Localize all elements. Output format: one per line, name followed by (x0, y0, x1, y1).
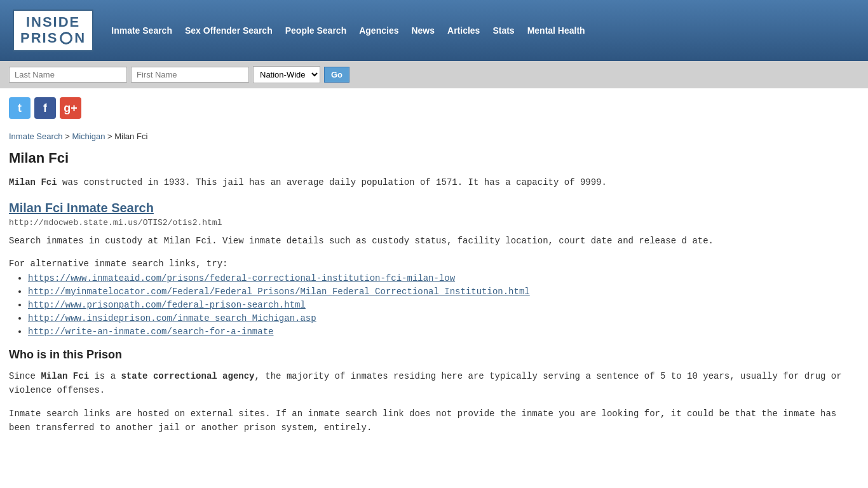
last-name-input[interactable] (9, 67, 127, 83)
breadcrumb-current: Milan Fci (114, 132, 147, 141)
social-icons-bar: t f g+ (0, 88, 868, 125)
inmate-search-url: http://mdocweb.state.mi.us/OTIS2/otis2.h… (9, 218, 843, 227)
who-agency-bold: state correctional agency (121, 371, 254, 381)
description-text: was constructed in 1933. This jail has a… (57, 177, 607, 187)
who-text-mid1: is a (89, 371, 121, 381)
nav-news[interactable]: News (406, 23, 440, 38)
list-item: http://myinmatelocator.com/Federal/Feder… (28, 286, 843, 297)
nav-stats[interactable]: Stats (487, 23, 519, 38)
state-dropdown[interactable]: Nation-Wide Alabama Alaska Arizona Michi… (253, 66, 320, 83)
search-description: Search inmates in custody at Milan Fci. … (9, 234, 843, 248)
who-in-prison-title: Who is in this Prison (9, 348, 843, 362)
page-title: Milan Fci (9, 150, 843, 166)
prison-description: Milan Fci was constructed in 1933. This … (9, 175, 843, 189)
nav-inmate-search[interactable]: Inmate Search (106, 23, 177, 38)
nav-articles[interactable]: Articles (442, 23, 485, 38)
alt-links-intro: For alternative inmate search links, try… (9, 259, 843, 269)
site-header: INSIDE PRISN Inmate Search Sex Offender … (0, 0, 868, 61)
main-nav: Inmate Search Sex Offender Search People… (106, 17, 590, 44)
prison-name-bold: Milan Fci (9, 177, 57, 187)
breadcrumb: Inmate Search > Michigan > Milan Fci (9, 132, 843, 141)
googleplus-icon[interactable]: g+ (60, 97, 81, 119)
who-text-pre: Since (9, 371, 41, 381)
nav-mental-health[interactable]: Mental Health (522, 23, 590, 38)
list-item: http://www.prisonpath.com/federal-prison… (28, 299, 843, 310)
logo-inside-text: INSIDE (20, 15, 86, 30)
inmate-search-link[interactable]: Milan Fci Inmate Search (9, 201, 154, 215)
who-text-1: Since Milan Fci is a state correctional … (9, 369, 843, 398)
nav-agencies[interactable]: Agencies (354, 23, 403, 38)
breadcrumb-separator2: > (107, 132, 114, 141)
go-button[interactable]: Go (324, 67, 349, 83)
alt-links-list: https://www.inmateaid.com/prisons/federa… (28, 273, 843, 337)
who-milan-bold: Milan Fci (41, 371, 89, 381)
logo-circle-icon (60, 32, 72, 44)
search-bar: Nation-Wide Alabama Alaska Arizona Michi… (0, 61, 868, 88)
breadcrumb-separator1: > (65, 132, 72, 141)
nav-people-search[interactable]: People Search (280, 23, 352, 38)
main-content: Inmate Search > Michigan > Milan Fci Mil… (0, 125, 851, 456)
alt-link-2[interactable]: http://myinmatelocator.com/Federal/Feder… (28, 287, 530, 297)
first-name-input[interactable] (131, 67, 249, 83)
twitter-icon[interactable]: t (9, 97, 31, 119)
inmate-search-heading: Milan Fci Inmate Search (9, 201, 843, 215)
list-item: https://www.inmateaid.com/prisons/federa… (28, 273, 843, 283)
facebook-icon[interactable]: f (34, 97, 56, 119)
logo-prison-text: PRISN (20, 30, 86, 46)
who-text-2: Inmate search links are hosted on extern… (9, 407, 843, 435)
breadcrumb-inmate-search-link[interactable]: Inmate Search (9, 132, 63, 141)
list-item: http://write-an-inmate.com/search-for-a-… (28, 326, 843, 337)
list-item: http://www.insideprison.com/inmate_searc… (28, 313, 843, 323)
alt-link-1[interactable]: https://www.inmateaid.com/prisons/federa… (28, 273, 455, 283)
nav-sex-offender[interactable]: Sex Offender Search (180, 23, 278, 38)
alt-link-4[interactable]: http://www.insideprison.com/inmate_searc… (28, 313, 316, 323)
site-logo[interactable]: INSIDE PRISN (13, 10, 93, 51)
alt-link-5[interactable]: http://write-an-inmate.com/search-for-a-… (28, 327, 273, 337)
alt-link-3[interactable]: http://www.prisonpath.com/federal-prison… (28, 300, 306, 310)
breadcrumb-michigan-link[interactable]: Michigan (72, 132, 105, 141)
